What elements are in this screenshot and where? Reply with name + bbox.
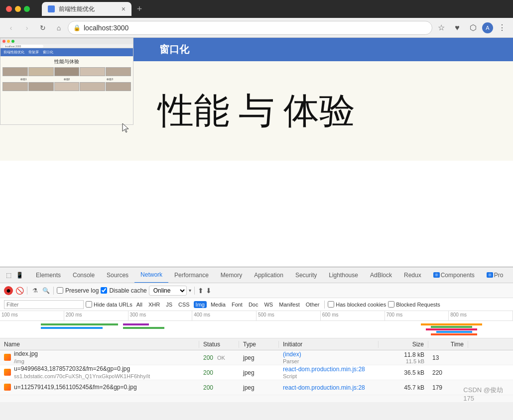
filter-manifest[interactable]: Manifest bbox=[277, 301, 302, 308]
blocked-requests-input[interactable] bbox=[388, 301, 394, 308]
account-button[interactable]: A bbox=[482, 22, 493, 33]
initiator-link-1[interactable]: (index) bbox=[283, 351, 301, 358]
home-button[interactable]: ⌂ bbox=[52, 21, 66, 35]
site-main-title: 性能 与 体验 bbox=[158, 87, 355, 135]
header-type[interactable]: Type bbox=[239, 341, 279, 348]
wf-bar-3a bbox=[421, 323, 483, 325]
tab-sources[interactable]: Sources bbox=[101, 267, 134, 283]
tab-title: 前端性能优化 bbox=[59, 5, 118, 13]
filter-ws[interactable]: WS bbox=[262, 301, 275, 308]
blocked-requests-checkbox[interactable]: Blocked Requests bbox=[388, 301, 440, 308]
file-info-2: u=94996843,1878572032&fm=26&gp=0.jpg ss1… bbox=[14, 365, 150, 380]
tab-adblock[interactable]: AdBlock bbox=[364, 267, 398, 283]
mini-site-title: 性能与休验 bbox=[2, 58, 131, 65]
filter-media[interactable]: Media bbox=[209, 301, 228, 308]
filter-css[interactable]: CSS bbox=[176, 301, 192, 308]
site-nav-window[interactable]: 窗口化 bbox=[159, 43, 189, 56]
tab-performance[interactable]: Performance bbox=[168, 267, 215, 283]
import-har-button[interactable]: ⬆ bbox=[198, 287, 204, 295]
initiator-link-2[interactable]: react-dom.production.min.js:28 bbox=[283, 366, 365, 373]
tab-close-button[interactable]: × bbox=[122, 5, 126, 13]
filter-font[interactable]: Font bbox=[230, 301, 245, 308]
tab-components[interactable]: ⚛Components bbox=[427, 267, 481, 283]
cell-type-1: jpeg bbox=[239, 354, 279, 361]
filter-doc[interactable]: Doc bbox=[247, 301, 260, 308]
extensions-button[interactable]: ⬡ bbox=[466, 21, 480, 35]
filter-input[interactable] bbox=[4, 300, 84, 309]
cell-name-3: u=1125791419,1561105245&fm=26&gp=0.jpg bbox=[0, 384, 199, 392]
maximize-button[interactable] bbox=[24, 6, 30, 12]
search-icon[interactable]: 🔍 bbox=[41, 286, 50, 295]
filter-other[interactable]: Other bbox=[304, 301, 322, 308]
tab-lighthouse[interactable]: Lighthouse bbox=[323, 267, 364, 283]
cell-size-1: 11.8 kB 11.5 kB bbox=[379, 351, 428, 364]
minimize-button[interactable] bbox=[15, 6, 21, 12]
star-button[interactable]: ☆ bbox=[434, 21, 448, 35]
tab-console[interactable]: Console bbox=[67, 267, 101, 283]
preserve-log-checkbox[interactable]: Preserve log bbox=[57, 287, 99, 294]
tab-profiler[interactable]: ⚛Pro bbox=[481, 267, 510, 283]
active-tab[interactable]: 前端性能优化 × bbox=[42, 2, 131, 16]
tab-security[interactable]: Security bbox=[289, 267, 323, 283]
hide-data-urls-checkbox[interactable]: Hide data URLs bbox=[86, 301, 132, 308]
initiator-link-3[interactable]: react-dom.production.min.js:28 bbox=[283, 384, 365, 391]
disable-cache-input[interactable] bbox=[101, 287, 107, 294]
header-name[interactable]: Name bbox=[0, 341, 199, 348]
hide-data-urls-input[interactable] bbox=[86, 301, 92, 308]
table-row[interactable]: u=94996843,1878572032&fm=26&gp=0.jpg ss1… bbox=[0, 365, 513, 380]
watermark: CSDN @俊劫 175 bbox=[463, 386, 503, 402]
blocked-cookies-checkbox[interactable]: Has blocked cookies bbox=[328, 301, 386, 308]
filename-1: index.jpg bbox=[14, 350, 38, 358]
inspect-icon[interactable]: ⬚ bbox=[4, 271, 13, 280]
tab-network[interactable]: Network bbox=[134, 267, 168, 283]
header-time[interactable]: Time bbox=[428, 341, 468, 348]
record-button[interactable]: ● bbox=[4, 286, 13, 295]
tab-application[interactable]: Application bbox=[248, 267, 289, 283]
address-bar[interactable]: 🔒 localhost:3000 bbox=[68, 21, 432, 35]
title-bar: 前端性能优化 × + bbox=[0, 0, 513, 18]
device-icon[interactable]: 📱 bbox=[15, 271, 24, 280]
tab-redux[interactable]: Redux bbox=[398, 267, 427, 283]
size-primary-1: 11.8 kB bbox=[404, 351, 424, 358]
wf-bar-1b bbox=[41, 327, 103, 329]
table-row[interactable]: index.jpg /img 200 OK jpeg (index) bbox=[0, 350, 513, 365]
devtools-panel: ⬚ 📱 Elements Console Sources Network Per… bbox=[0, 267, 513, 402]
mark-700ms: 700 ms bbox=[385, 311, 449, 320]
tab-memory[interactable]: Memory bbox=[215, 267, 248, 283]
cell-status-3: 200 bbox=[199, 384, 239, 391]
menu-button[interactable]: ⋮ bbox=[495, 21, 509, 35]
refresh-button[interactable]: ↻ bbox=[36, 21, 50, 35]
mark-800ms: 800 ms bbox=[449, 311, 513, 320]
throttle-dropdown-icon: ▾ bbox=[189, 288, 191, 293]
devtools-tab-bar: ⬚ 📱 Elements Console Sources Network Per… bbox=[0, 267, 513, 283]
table-row[interactable]: u=1125791419,1561105245&fm=26&gp=0.jpg 2… bbox=[0, 380, 513, 395]
header-status[interactable]: Status bbox=[199, 341, 239, 348]
initiator-detail-1: Parser bbox=[283, 358, 299, 364]
wf-bar-3d bbox=[436, 331, 472, 333]
new-tab-button[interactable]: + bbox=[132, 2, 146, 16]
cell-initiator-2: react-dom.production.min.js:28 Script bbox=[279, 366, 379, 380]
export-har-button[interactable]: ⬇ bbox=[206, 287, 212, 295]
back-button[interactable]: ‹ bbox=[4, 21, 18, 35]
throttle-select[interactable]: Online Fast 3G Slow 3G Offline bbox=[149, 286, 187, 296]
mini-nav-item-1: 前端性能优化 bbox=[3, 50, 24, 55]
filter-icon[interactable]: ⚗ bbox=[30, 286, 39, 295]
cell-time-2: 220 bbox=[428, 369, 468, 376]
filter-all[interactable]: All bbox=[134, 301, 144, 308]
nav-actions: ☆ ♥ ⬡ A ⋮ bbox=[434, 21, 509, 35]
preserve-log-input[interactable] bbox=[57, 287, 63, 294]
divider-3 bbox=[194, 287, 195, 295]
header-initiator[interactable]: Initiator bbox=[279, 341, 379, 348]
forward-button[interactable]: › bbox=[20, 21, 34, 35]
header-size[interactable]: Size bbox=[379, 341, 428, 348]
filter-img[interactable]: Img bbox=[194, 301, 207, 308]
tab-elements[interactable]: Elements bbox=[30, 267, 67, 283]
network-table: Name Status Type Initiator Size Time ind… bbox=[0, 338, 513, 395]
clear-button[interactable]: 🚫 bbox=[15, 286, 24, 295]
disable-cache-checkbox[interactable]: Disable cache bbox=[101, 287, 146, 294]
close-button[interactable] bbox=[6, 6, 12, 12]
blocked-cookies-input[interactable] bbox=[328, 301, 334, 308]
vitals-button[interactable]: ♥ bbox=[450, 21, 464, 35]
filter-xhr[interactable]: XHR bbox=[146, 301, 162, 308]
filter-js[interactable]: JS bbox=[164, 301, 174, 308]
